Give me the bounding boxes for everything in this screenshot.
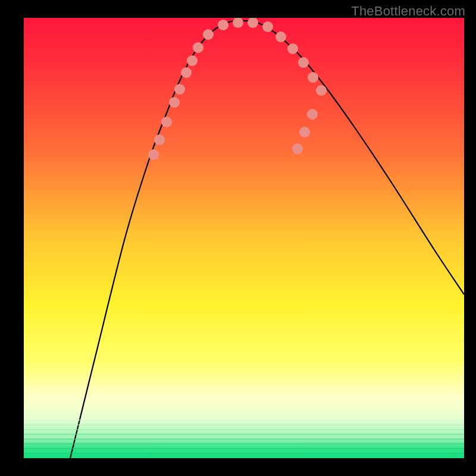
- data-dot: [174, 84, 185, 95]
- data-dot: [203, 29, 214, 40]
- bottleneck-curve: [70, 21, 464, 458]
- data-dots: [148, 18, 327, 160]
- data-dot: [218, 20, 228, 30]
- data-dot: [262, 21, 273, 32]
- data-dot: [316, 85, 327, 96]
- plot-area: [24, 18, 464, 458]
- data-dot: [193, 42, 203, 53]
- chart-svg: [24, 18, 464, 458]
- data-dot: [287, 43, 298, 54]
- data-dot: [187, 55, 198, 66]
- data-dot: [308, 72, 318, 83]
- color-bands: [24, 420, 464, 453]
- chart-frame: TheBottleneck.com: [0, 0, 476, 476]
- data-dot: [298, 57, 309, 68]
- data-dot: [307, 109, 318, 120]
- data-dot: [248, 18, 258, 28]
- data-dot: [275, 32, 286, 42]
- data-dot: [169, 97, 180, 108]
- data-dot: [181, 67, 192, 78]
- data-dot: [148, 149, 159, 160]
- data-dot: [299, 127, 310, 137]
- data-dot: [161, 117, 172, 127]
- data-dot: [292, 143, 303, 154]
- data-dot: [154, 134, 165, 145]
- watermark: TheBottleneck.com: [351, 4, 465, 19]
- data-dot: [233, 18, 243, 28]
